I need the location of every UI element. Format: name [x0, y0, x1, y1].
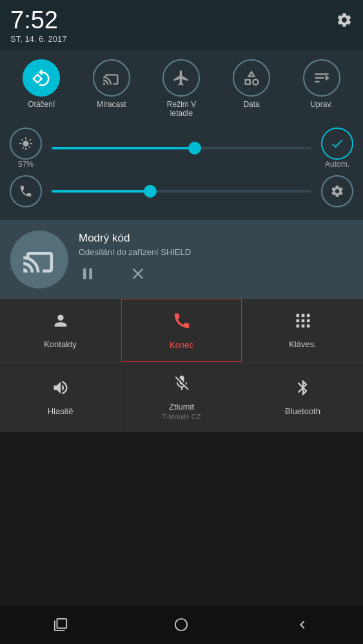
btn-ztlumit-sub: T-Mobile CZ: [162, 413, 201, 421]
btn-bluetooth-label: Bluetooth: [285, 406, 320, 416]
person-icon: [52, 312, 70, 334]
volume-fill: [52, 190, 150, 193]
toggle-data-circle: [233, 59, 270, 97]
brightness-slider[interactable]: [52, 147, 311, 149]
cast-icon: [22, 242, 57, 277]
status-date: ST, 14. 6. 2017: [10, 34, 66, 44]
volume-icon: [10, 175, 42, 207]
nav-recents-button[interactable]: [41, 605, 80, 644]
btn-konec[interactable]: Konec: [121, 299, 242, 362]
toggle-data-label: Data: [243, 100, 259, 109]
btn-ztlumit-label: Ztlumit: [169, 402, 194, 412]
toggle-miracast-circle: [93, 59, 130, 97]
brightness-slider-row: 57% Autom.: [6, 128, 357, 169]
settings-wrap: [318, 175, 357, 207]
media-subtitle: Odesílání do zařízení SHIELD: [79, 247, 353, 257]
volume-slider[interactable]: [52, 190, 311, 193]
toggle-miracast-label: Miracast: [97, 100, 126, 109]
toggle-airplane-label: Režim Vletadle: [167, 100, 196, 118]
autom-wrap: Autom.: [318, 128, 357, 169]
autom-icon[interactable]: [321, 128, 353, 160]
stop-button[interactable]: [129, 265, 147, 287]
media-thumbnail: [10, 231, 68, 289]
bluetooth-icon: [294, 379, 312, 401]
btn-ztlumit[interactable]: Ztlumit T-Mobile CZ: [121, 363, 242, 432]
volume-thumb[interactable]: [144, 185, 157, 198]
toggle-airplane[interactable]: Režim Vletadle: [155, 59, 207, 118]
nav-home-button[interactable]: [162, 605, 201, 644]
brightness-icon-wrap: 57%: [6, 128, 45, 169]
btn-kontakty[interactable]: Kontakty: [0, 299, 121, 362]
nav-bar: [0, 605, 363, 644]
toggle-uprav[interactable]: Uprav.: [296, 59, 348, 118]
pause-button[interactable]: [79, 265, 97, 287]
toggle-data[interactable]: Data: [226, 59, 277, 118]
settings-icon[interactable]: [336, 12, 353, 32]
phone-controls: Kontakty Konec Kláves.: [0, 299, 363, 432]
btn-konec-label: Konec: [170, 340, 193, 350]
settings-gear-icon[interactable]: [321, 175, 353, 207]
btn-klaves-label: Kláves.: [289, 339, 317, 349]
status-bar: 7:52 ST, 14. 6. 2017: [0, 0, 363, 50]
toggle-uprav-circle: [303, 59, 340, 97]
speaker-icon: [52, 379, 70, 401]
phone-grid: Kontakty Konec Kláves.: [0, 299, 363, 432]
brightness-icon: [10, 128, 42, 160]
btn-hlasiste-label: Hlasitě: [48, 406, 74, 416]
toggle-otaceni[interactable]: Otáčení: [15, 59, 67, 118]
btn-kontakty-label: Kontakty: [44, 339, 77, 349]
btn-klaves[interactable]: Kláves.: [242, 299, 363, 362]
brightness-fill: [52, 147, 195, 149]
media-info: Modrý kód Odesílání do zařízení SHIELD: [79, 232, 353, 287]
media-controls: [79, 265, 353, 287]
media-title: Modrý kód: [79, 232, 353, 245]
btn-bluetooth[interactable]: Bluetooth: [242, 363, 363, 432]
toggle-otaceni-label: Otáčení: [28, 100, 55, 109]
grid-icon: [294, 312, 312, 334]
toggle-miracast[interactable]: Miracast: [86, 59, 137, 118]
autom-label: Autom.: [325, 160, 349, 169]
brightness-percent: 57%: [18, 160, 34, 169]
volume-slider-row: [6, 175, 357, 207]
toggle-uprav-label: Uprav.: [310, 100, 332, 109]
status-time: 7:52: [10, 8, 66, 32]
btn-hlasiste[interactable]: Hlasitě: [0, 363, 121, 432]
svg-point-0: [175, 619, 187, 630]
volume-icon-wrap: [6, 175, 45, 207]
toggle-airplane-circle: [162, 59, 200, 97]
phone-end-icon: [172, 311, 191, 335]
nav-back-button[interactable]: [283, 605, 322, 644]
quick-settings-panel: Otáčení Miracast Režim Vletadle: [0, 50, 363, 220]
media-card: Modrý kód Odesílání do zařízení SHIELD: [0, 220, 363, 299]
toggle-otaceni-circle: [23, 59, 60, 97]
mic-off-icon: [173, 374, 191, 397]
brightness-thumb[interactable]: [188, 142, 201, 155]
toggle-row: Otáčení Miracast Režim Vletadle: [6, 59, 357, 118]
